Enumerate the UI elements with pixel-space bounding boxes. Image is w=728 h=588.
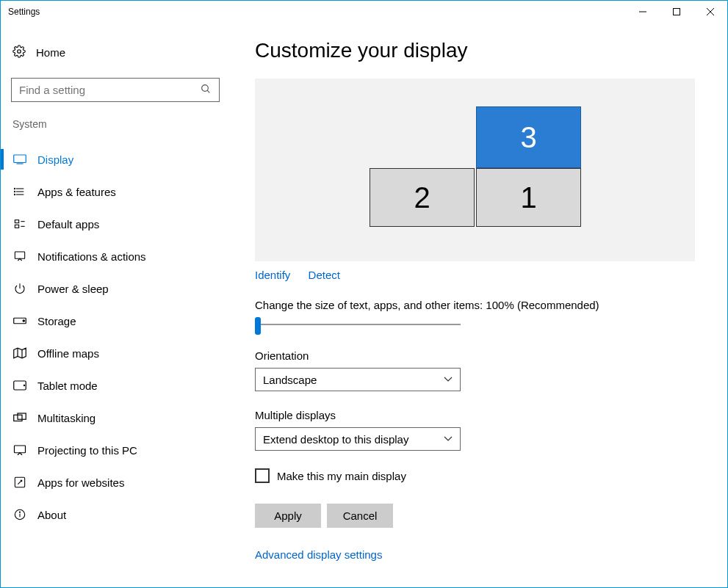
- monitor-3[interactable]: 3: [476, 106, 581, 168]
- svg-rect-16: [15, 225, 18, 228]
- nav-item-apps-websites[interactable]: Apps for websites: [1, 466, 230, 498]
- nav-item-notifications[interactable]: Notifications & actions: [1, 240, 230, 272]
- page-title: Customize your display: [255, 39, 695, 62]
- home-button[interactable]: Home: [11, 40, 220, 65]
- svg-point-33: [19, 512, 20, 512]
- defaults-icon: [12, 218, 27, 230]
- notifications-icon: [12, 250, 27, 262]
- svg-point-12: [14, 188, 15, 189]
- svg-line-6: [207, 90, 209, 92]
- search-input[interactable]: [19, 84, 200, 96]
- svg-point-22: [23, 320, 24, 322]
- identify-link[interactable]: Identify: [255, 269, 290, 281]
- search-box[interactable]: [11, 78, 220, 102]
- nav-label: Display: [37, 153, 73, 166]
- monitor-2[interactable]: 2: [370, 168, 475, 227]
- detect-link[interactable]: Detect: [309, 269, 340, 281]
- nav-label: Multitasking: [37, 412, 95, 424]
- multiple-displays-select[interactable]: Extend desktop to this display: [255, 427, 461, 451]
- main-display-checkbox[interactable]: [255, 468, 270, 483]
- nav-item-display[interactable]: Display: [1, 143, 230, 175]
- scale-slider[interactable]: [255, 317, 461, 332]
- nav-label: Notifications & actions: [37, 250, 146, 263]
- home-label: Home: [36, 46, 65, 59]
- nav-label: Apps & features: [37, 186, 116, 198]
- nav-label: About: [37, 509, 66, 521]
- tablet-icon: [12, 380, 27, 391]
- svg-rect-19: [15, 252, 24, 258]
- nav-item-projecting[interactable]: Projecting to this PC: [1, 434, 230, 466]
- scale-label: Change the size of text, apps, and other…: [255, 299, 695, 311]
- apply-button[interactable]: Apply: [255, 504, 321, 528]
- window-title: Settings: [8, 7, 40, 17]
- advanced-display-settings-link[interactable]: Advanced display settings: [255, 548, 382, 561]
- multitasking-icon: [12, 413, 27, 423]
- window-controls: [626, 1, 727, 23]
- display-icon: [12, 154, 27, 164]
- svg-point-4: [18, 50, 21, 54]
- info-icon: [12, 509, 27, 520]
- nav-item-apps-features[interactable]: Apps & features: [1, 175, 230, 208]
- projecting-icon: [12, 444, 27, 456]
- svg-point-14: [14, 194, 15, 195]
- cancel-button[interactable]: Cancel: [327, 504, 393, 528]
- nav-label: Apps for websites: [37, 476, 124, 489]
- main-content: Customize your display 321 Identify Dete…: [230, 23, 727, 587]
- storage-icon: [12, 317, 27, 324]
- nav-label: Power & sleep: [37, 283, 109, 295]
- nav-label: Offline maps: [37, 347, 99, 360]
- svg-point-26: [24, 385, 24, 385]
- svg-point-5: [202, 85, 209, 92]
- nav-label: Tablet mode: [37, 380, 98, 392]
- main-display-checkbox-label: Make this my main display: [277, 470, 406, 482]
- orientation-label: Orientation: [255, 349, 695, 362]
- list-icon: [12, 186, 27, 197]
- nav-item-offline-maps[interactable]: Offline maps: [1, 337, 230, 369]
- nav-label: Default apps: [37, 218, 99, 231]
- power-icon: [12, 283, 27, 294]
- nav-label: Projecting to this PC: [37, 444, 137, 457]
- minimize-button[interactable]: [626, 1, 660, 23]
- svg-point-13: [14, 191, 15, 192]
- nav-item-default-apps[interactable]: Default apps: [1, 208, 230, 240]
- search-icon: [200, 83, 212, 97]
- orientation-select[interactable]: Landscape: [255, 368, 461, 391]
- svg-rect-7: [14, 155, 26, 163]
- svg-rect-29: [15, 446, 26, 453]
- maximize-button[interactable]: [660, 1, 693, 23]
- titlebar: Settings: [1, 1, 727, 23]
- nav-item-about[interactable]: About: [1, 498, 230, 531]
- apps-websites-icon: [12, 476, 27, 488]
- gear-icon: [12, 45, 27, 60]
- nav-item-storage[interactable]: Storage: [1, 305, 230, 337]
- chevron-down-icon: [444, 374, 453, 385]
- sidebar: Home System Display Apps & features: [1, 23, 230, 587]
- multiple-displays-value: Extend desktop to this display: [263, 433, 408, 446]
- multiple-displays-label: Multiple displays: [255, 409, 695, 421]
- svg-rect-1: [674, 9, 680, 15]
- close-button[interactable]: [693, 1, 727, 23]
- monitor-arrangement[interactable]: 321: [255, 79, 695, 261]
- chevron-down-icon: [444, 434, 453, 444]
- nav-item-power-sleep[interactable]: Power & sleep: [1, 272, 230, 305]
- slider-thumb[interactable]: [255, 317, 261, 335]
- nav-item-tablet-mode[interactable]: Tablet mode: [1, 369, 230, 402]
- map-icon: [12, 347, 27, 359]
- nav-item-multitasking[interactable]: Multitasking: [1, 402, 230, 434]
- main-display-checkbox-row[interactable]: Make this my main display: [255, 468, 695, 483]
- orientation-value: Landscape: [263, 374, 317, 386]
- monitor-1[interactable]: 1: [476, 168, 581, 227]
- svg-rect-15: [15, 220, 18, 223]
- nav-label: Storage: [37, 315, 76, 327]
- section-header: System: [11, 118, 220, 130]
